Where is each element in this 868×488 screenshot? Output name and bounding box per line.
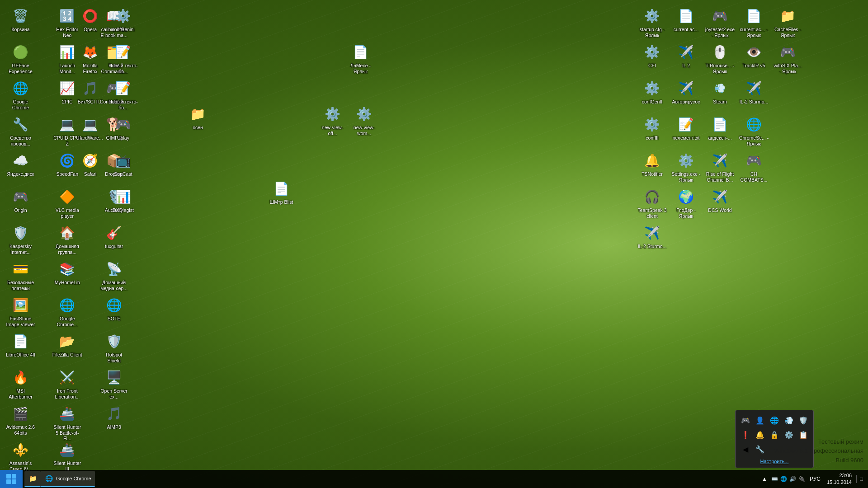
desktop-icon-newview2[interactable]: ⚙️ new-view-wom... — [347, 102, 381, 138]
tray-clock[interactable]: 23:06 15.10.2014 — [824, 472, 854, 486]
desktop-icon-avidemux[interactable]: 🎬 Avidemux 2.6 64bits — [4, 401, 38, 437]
tray-popup-icon-5[interactable]: 🛡️ — [797, 414, 810, 427]
windows-logo — [6, 474, 16, 484]
desktop-icon-firefox[interactable]: 🦊 Mozilla Firefox — [73, 40, 107, 76]
tray-popup-icon-8[interactable]: 🔒 — [768, 428, 781, 441]
tray-language[interactable]: РУС — [808, 476, 822, 482]
taskbar-item-explorer[interactable]: 📁 — [24, 471, 41, 487]
desktop-icon-andeken[interactable]: 📄 андекен-... — [703, 112, 737, 148]
desktop-icon-sredstvo[interactable]: 🔧 Средство провод... — [4, 112, 38, 148]
sys-tray-popup: 🎮 👤 🌐 💨 🛡️ ❗ 🔔 🔒 ⚙️ 📋 ◀ 🔧 Настроить... — [735, 410, 814, 468]
desktop-icon-confGenini[interactable]: ⚙️ confGenini — [106, 4, 140, 40]
desktop-icon-il2-sturmo[interactable]: ✈️ IL-2 Sturmo... — [737, 76, 771, 112]
desktop-icon-steam[interactable]: 💨 Steam — [703, 76, 737, 112]
desktop-icon-bit[interactable]: 🎵 Бит/SCI II... — [73, 76, 107, 112]
desktop-icons-right5: 📁 CacheFiles - Ярлык 🎮 withSIX Pla... - … — [771, 4, 805, 470]
tray-network-icon[interactable]: 🌐 — [780, 475, 788, 483]
taskbar-right: ▲ ⌨️ 🌐 🔊 🔌 РУС 23:06 15.10.2014 □ — [756, 472, 868, 486]
desktop-icon-pelements[interactable]: 📝 пелемент.txt — [669, 112, 703, 148]
desktop-icon-yandex[interactable]: ☁️ Яндекс.диск — [4, 148, 38, 184]
chrome-icon: 🌐 — [44, 474, 53, 483]
desktop-icons-col3: ⭕ Opera 🦊 Mozilla Firefox 🎵 Бит/SCI II..… — [73, 4, 107, 470]
desktop-icon-lnmese[interactable]: 📄 ЛнМесе - Ярлык — [344, 40, 377, 76]
desktop-icon-libreoffice[interactable]: 📄 LibreOffice 4II — [4, 329, 38, 365]
tray-popup-icon-6[interactable]: ❗ — [739, 428, 752, 441]
desktop-icon-il2[interactable]: ✈️ IL 2 — [669, 40, 703, 76]
desktop-icons-right1: ⚙️ startup.cfg - Ярлык ⚙️ CFI ⚙️ confGen… — [635, 4, 669, 470]
desktop-icon-joytester[interactable]: 🎮 joytester2.exe - Ярлык — [703, 4, 737, 40]
tray-show-desktop[interactable]: □ — [856, 475, 864, 483]
desktop-icon-cachefiles[interactable]: 📁 CacheFiles - Ярлык — [771, 4, 805, 40]
tray-popup-icon-10[interactable]: 📋 — [797, 428, 810, 441]
desktop-icons-right4: 📄 current.ac... - Ярлык 👁️ TrackIR v5 ✈️… — [737, 4, 771, 470]
desktop-icon-osen[interactable]: 📁 осен — [181, 102, 215, 138]
tray-icons: ⌨️ 🌐 🔊 🔌 — [771, 475, 806, 483]
desktop-icon-confiii[interactable]: ⚙️ confIII — [635, 112, 669, 148]
desktop-icon-hardware[interactable]: 💻 HardWare... — [73, 112, 107, 148]
desktop-icon-kaspersky[interactable]: 🛡️ Kaspersky Internet... — [4, 221, 38, 257]
desktop-icon-msi[interactable]: 🔥 MSI Afterburner — [4, 365, 38, 401]
desktop-icon-confgenii[interactable]: ⚙️ confGenII — [635, 76, 669, 112]
start-button[interactable] — [0, 470, 23, 488]
desktop-icon-assassin[interactable]: ⚜️ Assassin's Creed IV... — [4, 437, 38, 474]
desktop-icon-uplay[interactable]: 🎮 Uplay — [106, 112, 140, 148]
taskbar: 📁 🌐 Google Chrome ▲ ⌨️ 🌐 🔊 🔌 РУС 23:06 1… — [0, 470, 868, 488]
explorer-icon: 📁 — [28, 474, 37, 483]
desktop-icon-newview1[interactable]: ⚙️ new-view-off... — [316, 102, 349, 138]
desktop-icon-currentac2[interactable]: 📄 current.ac... - Ярлык — [737, 4, 771, 40]
desktop-icons-right3: 🎮 joytester2.exe - Ярлык 🖱️ TIRmouse... … — [703, 4, 737, 470]
desktop: 🗑️ Корзина 🟢 GEFace Experience 🌐 Google … — [0, 0, 868, 488]
desktop-icon-dcs[interactable]: ✈️ DCS World — [703, 184, 737, 221]
tray-popup-icon-3[interactable]: 🌐 — [768, 414, 781, 427]
desktop-icon-rise-flight[interactable]: ✈️ Rise of Flight Channel B... — [703, 148, 737, 184]
desktop-icon-origin[interactable]: 🎮 Origin — [4, 184, 38, 221]
desktop-icon-chromese[interactable]: 🌐 ChromeSe... - Ярлык — [737, 112, 771, 148]
tray-popup-icon-7[interactable]: 🔔 — [754, 428, 766, 441]
tray-popup-icon-12[interactable]: 🔧 — [754, 443, 766, 455]
desktop-icon-combats[interactable]: 🎮 CH COMBATS... — [737, 148, 771, 184]
desktop-icon-korzina[interactable]: 🗑️ Корзина — [4, 4, 38, 40]
desktop-icon-safari[interactable]: 🧭 Safari — [73, 148, 107, 184]
desktop-icon-current[interactable]: 📄 current.ac... — [669, 4, 703, 40]
taskbar-item-chrome[interactable]: 🌐 Google Chrome — [41, 471, 95, 487]
tray-battery-icon[interactable]: 🔌 — [798, 475, 806, 483]
desktop-icon-teamspeak[interactable]: 🎧 TeamSpeak 3 client — [635, 184, 669, 221]
desktop-icon-noviy1[interactable]: 📝 Новый текто-бо... — [106, 40, 140, 76]
desktop-icon-shmt[interactable]: 📄 ШМтр Blist — [264, 176, 298, 212]
desktop-icon-startup[interactable]: ⚙️ startup.cfg - Ярлык — [635, 4, 669, 40]
desktop-icon-gloder[interactable]: 🌍 ГлоДер - Ярлык — [669, 184, 703, 221]
tray-popup-icon-2[interactable]: 👤 — [754, 414, 766, 427]
desktop-icon-cfi[interactable]: ⚙️ CFI — [635, 40, 669, 76]
desktop-icon-faststone[interactable]: 🖼️ FastStone Image Viewer — [4, 293, 38, 329]
desktop-icon-trackir[interactable]: 👁️ TrackIR v5 — [737, 40, 771, 76]
taskbar-items: 📁 🌐 Google Chrome — [23, 471, 756, 487]
desktop-icon-withsix[interactable]: 🎮 withSIX Pla... - Ярлык — [771, 40, 805, 76]
desktop-icons-col2: ⚙️ confGenini 📝 Новый текто-бо... 📝 Новы… — [106, 4, 140, 470]
tray-volume-icon[interactable]: 🔊 — [789, 475, 797, 483]
desktop-icon-settings[interactable]: ⚙️ Settings.exe - Ярлык — [669, 148, 703, 184]
desktop-icon-il2-sturmo2[interactable]: ✈️ IL-2 Sturmo... — [635, 221, 669, 257]
tray-expand-button[interactable]: ▲ — [760, 476, 769, 482]
desktop-icons-right2: 📄 current.ac... ✈️ IL 2 ✈️ Авторирусос 📝… — [669, 4, 703, 470]
desktop-icon-opera[interactable]: ⭕ Opera — [73, 4, 107, 40]
desktop-icon-sopcast[interactable]: 📺 SopCast — [106, 148, 140, 184]
desktop-icon-chrome[interactable]: 🌐 Google Chrome — [4, 76, 38, 112]
tray-settings-link[interactable]: Настроить... — [739, 457, 810, 464]
tray-popup-icon-4[interactable]: 💨 — [783, 414, 795, 427]
desktop-icon-bezop[interactable]: 💳 Безопасные платежи — [4, 257, 38, 293]
tray-popup-icon-11[interactable]: ◀ — [739, 443, 752, 455]
desktop-icon-noviy2[interactable]: 📝 Новый текто-бо... — [106, 76, 140, 112]
tray-keyboard-icon[interactable]: ⌨️ — [771, 475, 779, 483]
desktop-icon-geforce[interactable]: 🟢 GEFace Experience — [4, 40, 38, 76]
tray-popup-icon-1[interactable]: 🎮 — [739, 414, 752, 427]
tray-popup-icon-9[interactable]: ⚙️ — [783, 428, 795, 441]
desktop-icon-tirmouse[interactable]: 🖱️ TIRmouse... - Ярлык — [703, 40, 737, 76]
desktop-icon-tsnotifier[interactable]: 🔔 TSNotifier — [635, 148, 669, 184]
desktop-icon-avtorirus[interactable]: ✈️ Авторирусос — [669, 76, 703, 112]
desktop-icon-dxdiag[interactable]: 📊 DXDiagist — [106, 184, 140, 221]
taskbar-chrome-label: Google Chrome — [56, 476, 91, 481]
